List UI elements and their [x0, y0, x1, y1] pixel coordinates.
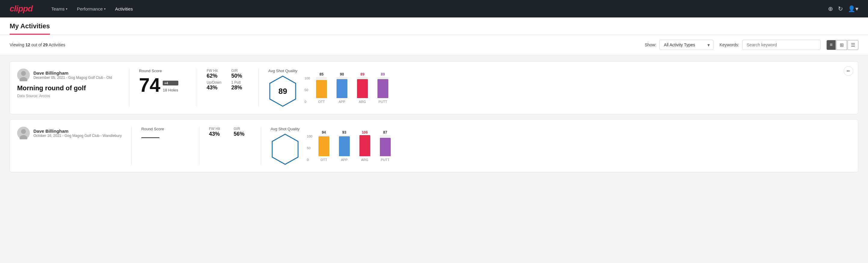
quality-left-2: Avg Shot Quality [271, 127, 300, 165]
avatar [17, 68, 30, 81]
app-bar [337, 79, 347, 98]
y-label-0: 0 [305, 100, 310, 104]
oneputt-group: 1 Putt 28% [231, 80, 249, 91]
putt-bar-2 [380, 138, 391, 156]
keyword-search-input[interactable] [742, 40, 820, 50]
arg-label-2: ARG [361, 158, 368, 162]
logo[interactable]: clippd [10, 4, 32, 13]
bar-arg: 89 ARG [353, 72, 371, 104]
divider3 [258, 68, 259, 107]
score-badge: +4 [163, 81, 178, 85]
avatar-2 [17, 127, 30, 139]
divider [129, 68, 129, 107]
bar-putt: 89 PUTT [374, 72, 392, 104]
player-details: Dave Billingham December 05, 2021 - Gog … [33, 70, 112, 80]
nav-activities[interactable]: Activities [111, 4, 137, 14]
stats-section-2: FW Hit 43% GIR 56% [209, 127, 251, 137]
holes-label: 18 Holes [163, 88, 178, 92]
y-label-50-2: 50 [307, 146, 312, 150]
putt-label: PUTT [379, 100, 388, 104]
quality-section-2: Avg Shot Quality 100 50 0 [271, 127, 851, 165]
fw-hit-group-2: FW Hit 43% [209, 127, 226, 137]
activity-title: Morning round of golf [17, 84, 119, 92]
divider-2b [199, 127, 199, 165]
oneputt-label: 1 Putt [231, 80, 249, 85]
player-date-2: October 16, 2021 - Gog Magog Golf Club -… [33, 134, 122, 138]
app-value: 90 [340, 72, 344, 77]
page-title: My Activities [10, 22, 50, 35]
grid-view-button[interactable]: ⊞ [836, 40, 847, 50]
card-left-2: Dave Billingham October 16, 2021 - Gog M… [17, 127, 122, 142]
navigation: clippd Teams ▾ Performance ▾ Activities … [0, 0, 868, 18]
putt-bar [377, 79, 388, 98]
score-meta: +4 18 Holes [163, 81, 178, 95]
y-label-100-2: 100 [307, 135, 312, 138]
app-track [337, 77, 347, 98]
view-toggle-group: ≡ ⊞ ☰ [827, 40, 858, 50]
nav-teams[interactable]: Teams ▾ [47, 4, 71, 14]
y-axis-labels: 100 50 0 [305, 77, 310, 104]
refresh-icon[interactable]: ↻ [838, 5, 843, 12]
bar-groups-2: 94 OTT 93 APP [315, 130, 394, 162]
divider-2c [261, 127, 261, 165]
gir-value-2: 56% [234, 131, 251, 137]
bar-ott: 85 OTT [312, 72, 331, 104]
quality-left: Avg Shot Quality 89 [268, 68, 298, 107]
bar-chart-section: 100 50 0 85 OTT [305, 72, 851, 104]
bar-chart-section-2: 100 50 0 94 OTT 93 [307, 130, 851, 162]
gir-group: GIR 50% [231, 68, 249, 79]
ott-bar-2 [318, 136, 329, 156]
score-display: 74 +4 18 Holes [139, 76, 187, 95]
y-label-0-2: 0 [307, 158, 312, 162]
keywords-label: Keywords: [719, 42, 739, 47]
bar-putt-2: 87 PUTT [376, 130, 394, 162]
filter-bar: Viewing 12 out of 29 Activities Show: Al… [0, 35, 868, 55]
arg-bar [357, 79, 368, 98]
page-header: My Activities [0, 18, 868, 35]
card-left: Dave Billingham December 05, 2021 - Gog … [17, 68, 119, 98]
total-count: 29 [43, 42, 48, 47]
activity-type-select-wrapper[interactable]: All Activity Types [659, 40, 713, 50]
bar-app: 90 APP [333, 72, 351, 104]
stats-section: FW Hit 62% GIR 50% Up/Down 43% 1 Putt 28… [207, 68, 249, 91]
activity-card-2: Dave Billingham October 16, 2021 - Gog M… [10, 119, 858, 172]
svg-point-5 [21, 129, 26, 134]
list-dense-view-button[interactable]: ≡ [827, 40, 836, 50]
list-view-button[interactable]: ☰ [847, 40, 858, 50]
app-track-2 [339, 135, 350, 156]
ott-label: OTT [318, 100, 325, 104]
activities-list: ✏ Dave Billingham December 05, 2021 - Go… [0, 55, 868, 178]
round-score-section-2: Round Score [142, 127, 189, 138]
nav-left: clippd Teams ▾ Performance ▾ Activities [10, 4, 137, 14]
updown-value: 43% [207, 85, 224, 91]
fw-hit-label-2: FW Hit [209, 127, 226, 131]
player-name-2: Dave Billingham [33, 128, 122, 134]
user-avatar-icon[interactable]: 👤▾ [848, 5, 858, 12]
arg-bar-2 [360, 135, 370, 156]
viewing-count-text: Viewing 12 out of 29 Activities [10, 42, 639, 47]
quality-hexagon-2 [272, 134, 299, 165]
add-icon[interactable]: ⊕ [828, 5, 833, 12]
y-label-50: 50 [305, 88, 310, 92]
player-info-2: Dave Billingham October 16, 2021 - Gog M… [17, 127, 122, 139]
activity-type-select[interactable]: All Activity Types [659, 40, 713, 50]
show-filter-group: Show: All Activity Types [645, 40, 713, 50]
nav-links: Teams ▾ Performance ▾ Activities [47, 4, 137, 14]
round-score-section: Round Score 74 +4 18 Holes [139, 68, 187, 95]
score-placeholder [142, 137, 159, 138]
putt-value-2: 87 [383, 130, 387, 135]
arg-value-2: 106 [362, 130, 368, 135]
gir-label-2: GIR [234, 127, 251, 131]
fw-hit-group: FW Hit 62% [207, 68, 224, 79]
fw-hit-value-2: 43% [209, 131, 226, 137]
app-label-2: APP [341, 158, 348, 162]
gir-label: GIR [231, 68, 249, 73]
quality-hexagon: 89 [269, 76, 296, 107]
ott-label-2: OTT [320, 158, 327, 162]
oneputt-value: 28% [231, 85, 249, 91]
putt-label-2: PUTT [381, 158, 390, 162]
edit-button[interactable]: ✏ [844, 66, 853, 76]
nav-performance[interactable]: Performance ▾ [73, 4, 110, 14]
performance-chevron-icon: ▾ [104, 7, 105, 10]
avg-shot-quality-section: Avg Shot Quality 89 100 50 0 [268, 68, 851, 107]
